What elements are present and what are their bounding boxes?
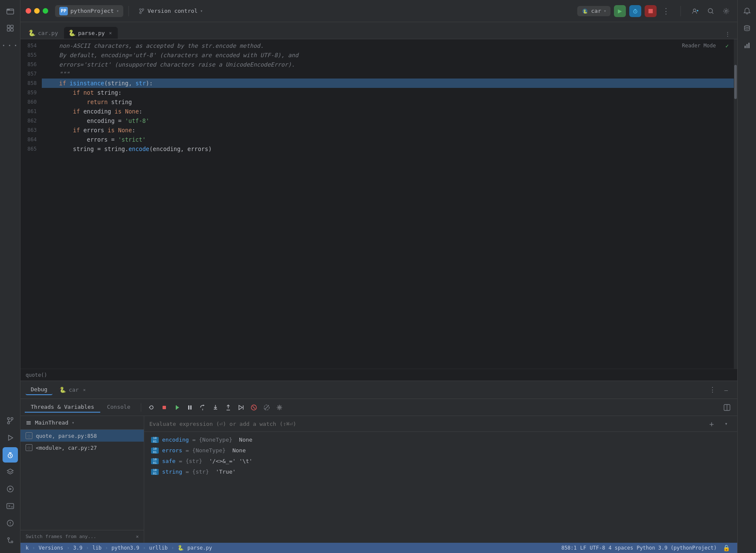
var-item-encoding[interactable]: 1001 encoding = {NoneType} None xyxy=(144,434,737,445)
pause-button[interactable] xyxy=(184,402,196,413)
thread-list: □ quote, parse.py:858 □ <module>, car.py… xyxy=(20,430,144,530)
stop-debug-button[interactable] xyxy=(158,402,170,413)
add-watch-button[interactable]: + xyxy=(706,418,718,430)
var-item-errors[interactable]: 1001 errors = {NoneType} None xyxy=(144,445,737,456)
svg-point-25 xyxy=(708,9,712,13)
watch-input-bar: + ▾ xyxy=(144,416,737,432)
step-into-button[interactable] xyxy=(209,402,221,413)
code-line-864: errors = 'strict' xyxy=(42,135,737,144)
svg-point-20 xyxy=(140,12,141,14)
thread-item-module[interactable]: □ <module>, car.py:27 xyxy=(20,442,144,454)
svg-rect-46 xyxy=(744,46,746,48)
version-control-btn[interactable]: Version control ▾ xyxy=(134,6,207,16)
sidebar-debug-icon[interactable] xyxy=(3,447,18,463)
status-encoding[interactable]: UTF-8 xyxy=(590,545,605,551)
status-python39: python3.9 xyxy=(111,545,139,551)
sidebar-vcs-icon[interactable] xyxy=(3,533,18,548)
status-lock-icon[interactable]: 🔒 xyxy=(720,542,732,553)
more-actions-button[interactable]: ⋮ xyxy=(660,5,672,17)
thread-item-quote[interactable]: □ quote, parse.py:858 xyxy=(20,430,144,442)
debug-more-icon[interactable]: ⋮ xyxy=(707,384,718,396)
status-indent[interactable]: 4 spaces xyxy=(608,545,633,551)
watch-icons: + ▾ xyxy=(706,418,732,430)
evaluate-button[interactable] xyxy=(248,402,260,413)
status-line-ending[interactable]: LF xyxy=(580,545,586,551)
sidebar-terminal-icon[interactable] xyxy=(3,498,18,514)
svg-point-17 xyxy=(11,541,13,543)
var-type-errors: = {NoneType} xyxy=(186,447,226,454)
status-interpreter[interactable]: Python 3.9 (pythonProject) xyxy=(637,545,717,551)
reader-mode-button[interactable]: Reader Mode xyxy=(682,43,716,49)
status-urllib: urllib xyxy=(149,545,168,551)
tab-parse-py[interactable]: 🐍 parse.py ✕ xyxy=(64,27,118,39)
resume-button[interactable] xyxy=(171,402,183,413)
debug-session-label: car xyxy=(69,387,79,393)
var-name-string: string xyxy=(162,469,182,475)
watch-chevron-button[interactable]: ▾ xyxy=(720,418,732,430)
sidebar-folder-icon[interactable] xyxy=(3,3,18,19)
debug-title-tab[interactable]: Debug xyxy=(26,384,52,395)
switch-frames-close[interactable]: ✕ xyxy=(136,534,139,539)
stop-button[interactable]: ⏹ xyxy=(645,5,657,17)
code-editor: Reader Mode ✓ 854 855 856 857 858 859 86… xyxy=(20,39,737,381)
debug-settings-button[interactable] xyxy=(273,402,285,413)
maximize-button[interactable] xyxy=(43,8,48,14)
ide-settings-icon[interactable] xyxy=(720,5,732,17)
debug-body: MainThread ▾ □ quote, parse.py:858 □ <mo… xyxy=(20,416,737,543)
sidebar-run-icon[interactable] xyxy=(3,430,18,445)
debug-session-tab[interactable]: 🐍 car ✕ xyxy=(54,385,91,395)
var-type-encoding: = {NoneType} xyxy=(192,437,233,443)
vc-icon xyxy=(138,8,145,15)
status-position[interactable]: 858:1 xyxy=(561,545,577,551)
svg-line-36 xyxy=(253,406,255,409)
var-item-safe[interactable]: 1001 safe = {str} '/<>&_=' '\t' xyxy=(144,456,737,466)
right-sidebar xyxy=(737,0,756,553)
project-switcher[interactable]: PP pythonProject ▾ xyxy=(55,5,123,17)
tab-parse-close[interactable]: ✕ xyxy=(109,30,112,36)
tab-more-button[interactable]: ⋮ xyxy=(721,29,734,39)
main-thread-label: MainThread xyxy=(35,419,68,426)
status-filename[interactable]: parse.py xyxy=(187,545,212,551)
close-button[interactable] xyxy=(26,8,31,14)
sidebar-more-icon[interactable]: ··· xyxy=(3,38,18,53)
console-tab[interactable]: Console xyxy=(101,402,137,413)
right-db-icon[interactable] xyxy=(739,20,755,36)
thread-menu-icon xyxy=(26,420,32,426)
mute-breakpoints-button[interactable] xyxy=(261,402,273,413)
project-chevron: ▾ xyxy=(116,9,119,13)
scrollbar-thumb[interactable] xyxy=(734,65,737,99)
sidebar-deploy-icon[interactable] xyxy=(3,481,18,497)
code-line-856: errors='strict' (unsupported characters … xyxy=(42,60,737,69)
step-over-button[interactable] xyxy=(197,402,209,413)
threads-variables-tab[interactable]: Threads & Variables xyxy=(25,402,100,413)
debug-minimize-icon[interactable]: — xyxy=(720,384,732,396)
right-chart-icon[interactable] xyxy=(739,38,755,53)
search-everywhere-icon[interactable] xyxy=(705,5,717,17)
step-out-button[interactable] xyxy=(222,402,234,413)
sidebar-git-icon[interactable] xyxy=(3,413,18,428)
sidebar-grid-icon[interactable] xyxy=(3,20,18,36)
editor-area: 🐍 car.py 🐍 parse.py ✕ ⋮ Reader Mode ✓ 85… xyxy=(20,22,737,381)
sidebar-layers-icon[interactable] xyxy=(3,464,18,480)
code-scroll-area[interactable]: 854 855 856 857 858 859 860 861 862 863 … xyxy=(20,39,737,369)
right-bell-icon[interactable] xyxy=(739,3,755,19)
var-type-icon-safe: 1001 xyxy=(151,458,159,464)
svg-rect-4 xyxy=(7,29,10,31)
var-item-string[interactable]: 1001 string = {str} 'True' xyxy=(144,466,737,477)
rerun-button[interactable] xyxy=(145,402,157,413)
tab-car-py[interactable]: 🐍 car.py xyxy=(24,27,64,39)
minimize-button[interactable] xyxy=(34,8,40,14)
left-sidebar: ··· xyxy=(0,0,20,553)
debug-session-close[interactable]: ✕ xyxy=(83,387,86,392)
main-thread-dropdown[interactable]: MainThread ▾ xyxy=(20,416,144,430)
run-button[interactable]: ▶ xyxy=(614,5,626,17)
scrollbar-track[interactable] xyxy=(734,39,737,369)
sidebar-warning-icon[interactable] xyxy=(3,515,18,531)
run-to-cursor-button[interactable] xyxy=(235,402,247,413)
thread-item-module-label: <module>, car.py:27 xyxy=(36,445,97,451)
watch-input-field[interactable] xyxy=(149,421,702,427)
debug-run-button[interactable] xyxy=(629,5,641,17)
checkmark-icon: ✓ xyxy=(725,43,729,49)
split-panel-button[interactable] xyxy=(721,402,733,413)
collab-icon[interactable] xyxy=(689,5,701,17)
